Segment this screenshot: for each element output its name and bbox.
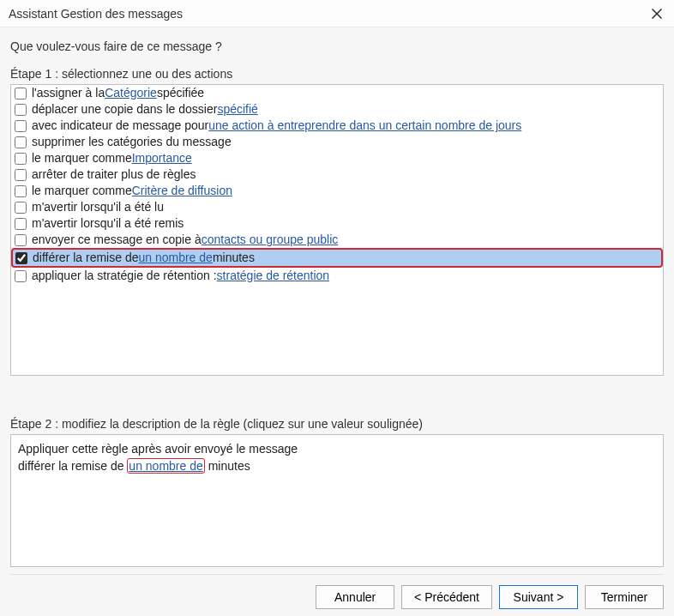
action-link-2-1[interactable]: une action à entreprendre dans un certai… [208, 118, 521, 134]
desc-prefix: différer la remise de [18, 459, 127, 473]
action-checkbox-2[interactable] [15, 120, 27, 132]
action-checkbox-5[interactable] [15, 169, 27, 181]
close-button[interactable] [647, 3, 667, 24]
button-bar: Annuler < Précédent Suivant > Terminer [10, 574, 664, 609]
action-checkbox-4[interactable] [15, 153, 27, 165]
action-option-2[interactable]: avec indicateur de message pour une acti… [11, 118, 663, 134]
action-option-9[interactable]: envoyer ce message en copie à contacts o… [11, 232, 663, 248]
action-checkbox-0[interactable] [15, 88, 27, 100]
titlebar: Assistant Gestion des messages [0, 0, 674, 27]
action-checkbox-11[interactable] [15, 270, 27, 282]
action-option-6[interactable]: le marquer comme Critère de diffusion [11, 183, 663, 199]
back-button[interactable]: < Précédent [401, 585, 492, 609]
action-text-0-0: l'assigner à la [32, 85, 105, 101]
step2-label: Étape 2 : modifiez la description de la … [10, 417, 664, 431]
action-text-1-0: déplacer une copie dans le dossier [32, 101, 217, 118]
actions-list[interactable]: l'assigner à la Catégorie spécifiéedépla… [10, 84, 664, 376]
action-text-10-0: différer la remise de [33, 250, 138, 266]
action-text-8-0: m'avertir lorsqu'il a été remis [32, 215, 184, 232]
action-text-6-0: le marquer comme [32, 183, 132, 199]
action-checkbox-9[interactable] [15, 234, 27, 246]
action-link-6-1[interactable]: Critère de diffusion [132, 183, 232, 199]
action-option-0[interactable]: l'assigner à la Catégorie spécifiée [11, 85, 663, 101]
action-checkbox-1[interactable] [15, 104, 27, 116]
action-link-9-1[interactable]: contacts ou groupe public [202, 232, 339, 248]
action-text-11-0: appliquer la stratégie de rétention : [32, 268, 217, 284]
action-link-11-1[interactable]: stratégie de rétention [217, 268, 330, 284]
action-option-7[interactable]: m'avertir lorsqu'il a été lu [11, 199, 663, 215]
action-text-9-0: envoyer ce message en copie à [32, 232, 202, 248]
action-checkbox-6[interactable] [15, 185, 27, 197]
next-button[interactable]: Suivant > [499, 585, 578, 609]
action-option-3[interactable]: supprimer les catégories du message [11, 134, 663, 150]
action-checkbox-10[interactable] [15, 252, 27, 264]
action-option-4[interactable]: le marquer comme Importance [11, 150, 663, 166]
finish-button[interactable]: Terminer [585, 585, 664, 609]
action-checkbox-7[interactable] [15, 202, 27, 214]
action-text-7-0: m'avertir lorsqu'il a été lu [32, 199, 164, 215]
rule-description-box: Appliquer cette règle après avoir envoyé… [10, 434, 664, 567]
action-link-4-1[interactable]: Importance [132, 150, 192, 166]
action-checkbox-8[interactable] [15, 218, 27, 230]
action-text-2-0: avec indicateur de message pour [32, 118, 208, 134]
desc-suffix: minutes [205, 459, 250, 473]
action-option-10[interactable]: différer la remise de un nombre de minut… [11, 248, 663, 268]
cancel-button[interactable]: Annuler [316, 585, 394, 609]
action-link-1-1[interactable]: spécifié [217, 101, 257, 118]
action-text-3-0: supprimer les catégories du message [32, 134, 232, 150]
close-icon [651, 8, 663, 20]
action-checkbox-3[interactable] [15, 136, 27, 148]
action-text-0-2: spécifiée [157, 85, 204, 101]
defer-minutes-link[interactable]: un nombre de [127, 458, 204, 474]
dialog-body: Que voulez-vous faire de ce message ? Ét… [0, 27, 674, 616]
action-text-10-2: minutes [213, 250, 255, 266]
action-option-5[interactable]: arrêter de traiter plus de règles [11, 166, 663, 183]
rule-description-line2: différer la remise de un nombre de minut… [18, 457, 656, 474]
action-option-1[interactable]: déplacer une copie dans le dossier spéci… [11, 101, 663, 118]
step1-label: Étape 1 : sélectionnez une ou des action… [10, 67, 664, 81]
action-option-11[interactable]: appliquer la stratégie de rétention : st… [11, 268, 663, 284]
rule-description-line1: Appliquer cette règle après avoir envoyé… [18, 440, 656, 457]
prompt-question: Que voulez-vous faire de ce message ? [10, 39, 664, 53]
action-option-8[interactable]: m'avertir lorsqu'il a été remis [11, 215, 663, 232]
window-title: Assistant Gestion des messages [9, 7, 183, 21]
action-text-5-0: arrêter de traiter plus de règles [32, 166, 196, 183]
action-text-4-0: le marquer comme [32, 150, 132, 166]
action-link-10-1[interactable]: un nombre de [138, 250, 212, 266]
action-link-0-1[interactable]: Catégorie [105, 85, 157, 101]
